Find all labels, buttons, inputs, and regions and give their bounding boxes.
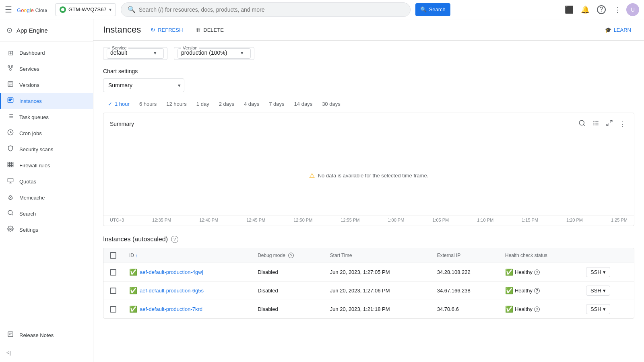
time-tab-2days[interactable]: 2 days	[214, 99, 239, 109]
health-help-icon-2[interactable]: ?	[534, 306, 540, 312]
time-tab-1day[interactable]: 1 day	[192, 99, 214, 109]
time-tab-4days[interactable]: 4 days	[239, 99, 264, 109]
actions-0: SSH ▾	[580, 263, 634, 282]
chart-settings-section: Chart settings Summary ▾	[103, 68, 634, 92]
sidebar-item-versions[interactable]: Versions	[0, 77, 93, 93]
row-checkbox-2[interactable]	[110, 306, 116, 313]
time-tab-30days[interactable]: 30 days	[317, 99, 345, 109]
search-nav-icon	[6, 210, 14, 218]
select-all-checkbox[interactable]	[110, 252, 116, 259]
sidebar-item-search[interactable]: Search	[0, 206, 93, 222]
row-select-0[interactable]	[103, 263, 123, 282]
dashboard-icon: ⊞	[6, 49, 14, 57]
svg-rect-12	[9, 101, 11, 101]
sidebar-item-memcache[interactable]: ⚙ Memcache	[0, 189, 93, 206]
sidebar-item-security-scans[interactable]: Security scans	[0, 141, 93, 157]
svg-text:Google Cloud: Google Cloud	[17, 7, 47, 13]
time-tab-12hours[interactable]: 12 hours	[161, 99, 192, 109]
sidebar-item-services[interactable]: Services	[0, 61, 93, 77]
sidebar-item-label: Memcache	[19, 195, 45, 201]
sidebar-collapse-btn[interactable]: <|	[0, 343, 93, 362]
delete-button[interactable]: 🗑 DELETE	[192, 25, 227, 35]
row-checkbox-1[interactable]	[110, 288, 116, 294]
svg-point-2	[11, 66, 13, 67]
ssh-button-1[interactable]: SSH ▾	[586, 286, 610, 296]
search-bar[interactable]: 🔍	[121, 2, 411, 17]
time-tab-1hour[interactable]: ✓ 1 hour	[103, 99, 134, 109]
sidebar-item-release-notes[interactable]: Release Notes	[0, 327, 93, 343]
chart-fullscreen-btn[interactable]	[604, 118, 615, 130]
chart-settings-select[interactable]: Summary	[103, 79, 184, 92]
debug-mode-2: Disabled	[251, 300, 324, 319]
service-filter[interactable]: Service default ▾	[103, 47, 167, 60]
refresh-button[interactable]: ↻ REFRESH	[147, 24, 186, 35]
health-help-icon-0[interactable]: ?	[534, 269, 540, 275]
search-button-icon: 🔍	[420, 6, 427, 12]
health-status-text-1: Healthy	[515, 288, 533, 294]
table-row: ✅ aef-default-production-7krd Disabled J…	[103, 300, 634, 319]
sidebar-item-task-queues[interactable]: Task queues	[0, 109, 93, 125]
ssh-button-2[interactable]: SSH ▾	[586, 304, 610, 314]
sidebar-item-settings[interactable]: Settings	[0, 222, 93, 238]
svg-point-1	[8, 66, 10, 67]
sidebar-item-cron-jobs[interactable]: Cron jobs	[0, 125, 93, 141]
version-filter[interactable]: Version production (100%) ▾	[174, 47, 254, 60]
avatar[interactable]: U	[626, 3, 639, 16]
sidebar-item-dashboard[interactable]: ⊞ Dashboard	[0, 45, 93, 61]
row-checkbox-0[interactable]	[110, 269, 116, 276]
refresh-label: REFRESH	[158, 27, 183, 33]
svg-rect-20	[8, 162, 9, 164]
row-select-2[interactable]	[103, 300, 123, 319]
time-tab-7days[interactable]: 7 days	[264, 99, 289, 109]
health-check-icon-0: ✅	[505, 268, 513, 276]
instance-id-text-2[interactable]: aef-default-production-7krd	[140, 306, 202, 312]
instances-help-icon[interactable]: ?	[171, 236, 178, 243]
firewall-rules-icon	[6, 161, 14, 169]
search-button[interactable]: 🔍 Search	[415, 3, 450, 16]
search-bar-icon: 🔍	[128, 6, 136, 13]
actions-2: SSH ▾	[580, 300, 634, 319]
sidebar-item-quotas[interactable]: Quotas	[0, 173, 93, 189]
debug-mode-header: Debug mode ?	[251, 248, 324, 263]
chart-more-btn[interactable]: ⋮	[618, 118, 627, 130]
project-selector[interactable]: GTM-WVQ7S67 ▾	[55, 3, 116, 16]
instance-id-text-1[interactable]: aef-default-production-6g5s	[140, 288, 204, 294]
learn-button[interactable]: 🎓 LEARN	[602, 25, 634, 35]
id-header[interactable]: ID ↑	[123, 248, 251, 263]
sidebar-item-firewall-rules[interactable]: Firewall rules	[0, 157, 93, 173]
sidebar-item-instances[interactable]: Instances	[0, 93, 93, 109]
xaxis-label-2: 12:40 PM	[199, 218, 218, 222]
delete-icon: 🗑	[196, 27, 201, 33]
chart-legend-btn[interactable]	[590, 118, 601, 130]
warning-icon: ⚠	[309, 172, 315, 179]
chart-search-btn[interactable]	[577, 118, 587, 130]
table-row: ✅ aef-default-production-4gwj Disabled J…	[103, 263, 634, 282]
ssh-button-0[interactable]: SSH ▾	[586, 267, 610, 277]
time-tab-label: 6 hours	[139, 101, 157, 107]
health-help-icon-1[interactable]: ?	[534, 288, 540, 294]
instances-section: Instances (autoscaled) ? ID	[103, 236, 634, 319]
xaxis-label-6: 1:00 PM	[388, 218, 404, 222]
time-tab-14days[interactable]: 14 days	[289, 99, 318, 109]
start-time-header: Start Time	[324, 248, 431, 263]
menu-icon[interactable]: ☰	[5, 5, 12, 14]
sidebar-item-label: Security scans	[19, 146, 54, 152]
instance-id-1: ✅ aef-default-production-6g5s	[123, 282, 251, 300]
debug-help-icon[interactable]: ?	[288, 253, 294, 258]
help-icon-btn[interactable]: ?	[594, 2, 609, 17]
svg-line-4	[9, 67, 10, 69]
more-icon-btn[interactable]: ⋮	[610, 2, 625, 17]
content-body: Service default ▾ Version	[93, 41, 644, 325]
terminal-icon-btn[interactable]: ⬛	[562, 2, 576, 17]
row-select-1[interactable]	[103, 282, 123, 300]
sidebar-item-label: Versions	[19, 82, 39, 88]
svg-rect-26	[8, 166, 9, 167]
time-tab-label: 1 day	[196, 101, 209, 107]
time-tab-6hours[interactable]: 6 hours	[134, 99, 161, 109]
notifications-icon-btn[interactable]: 🔔	[578, 2, 592, 17]
ssh-dropdown-icon-2: ▾	[603, 306, 606, 312]
instances-header: Instances (autoscaled) ?	[103, 236, 634, 243]
time-tab-label: 12 hours	[166, 101, 187, 107]
instance-id-text-0[interactable]: aef-default-production-4gwj	[140, 269, 203, 275]
search-input[interactable]	[139, 6, 404, 13]
